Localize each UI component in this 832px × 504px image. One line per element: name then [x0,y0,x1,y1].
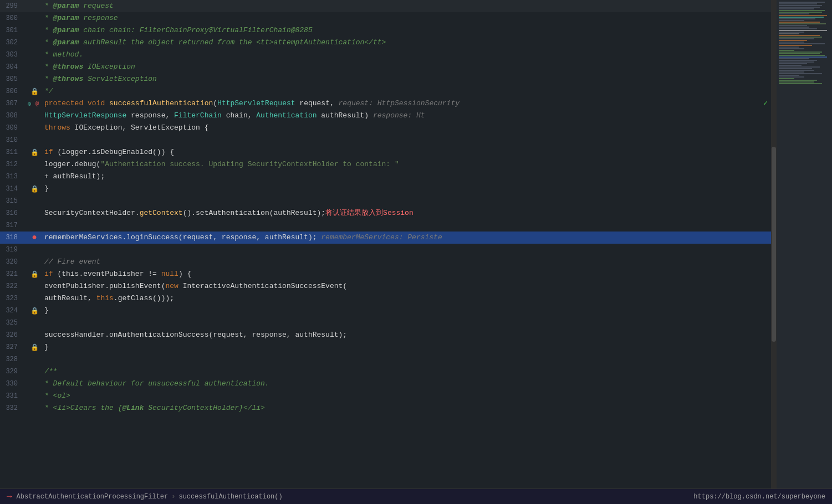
table-row: 332 * <li>Clears the {@Link SecurityCont… [0,402,777,414]
table-row: 301 * @param chain chain: FilterChainPro… [0,24,777,37]
table-row: 307 ⊙ @ protected void successfulAuthent… [0,97,777,110]
table-row: 319 [0,244,777,256]
table-row: 328 [0,353,777,366]
lock-icon: 🔒 [30,270,39,279]
table-row: 330 * Default behaviour for unsuccessful… [0,378,777,390]
lock-icon: 🔒 [30,88,39,96]
table-row: 317 [0,219,777,232]
scrollbar[interactable] [771,0,777,488]
minimap-content [777,0,832,488]
table-row: 308 HttpServletResponse response, Filter… [0,110,777,122]
debug-icon: ⊙ [28,100,32,107]
class-name: AbstractAuthenticationProcessingFilter [17,493,169,501]
table-row: 318 ● rememberMeServices.loginSuccess(re… [0,232,777,244]
arrow-icon: → [7,492,12,502]
code-container[interactable]: 299 * @param request 300 * @param respon… [0,0,777,488]
table-row: 314 🔒 } [0,183,777,195]
table-row: 316 SecurityContextHolder.getContext().s… [0,207,777,219]
main-editor: 299 * @param request 300 * @param respon… [0,0,777,488]
table-row: 320 // Fire event [0,256,777,268]
table-row: 321 🔒 if (this.eventPublisher != null) { [0,268,777,280]
table-row: 322 eventPublisher.publishEvent(new Inte… [0,280,777,292]
table-row: 331 * <ol> [0,390,777,402]
minimap[interactable] [777,0,832,488]
breadcrumb-separator: › [171,493,175,501]
table-row: 300 * @param response [0,12,777,24]
lock-icon: 🔒 [30,343,39,352]
code-lines: 299 * @param request 300 * @param respon… [0,0,777,414]
table-row: 311 🔒 if (logger.isDebugEnabled()) { [0,146,777,158]
table-row: 315 [0,195,777,207]
table-row: 329 /** [0,366,777,378]
table-row: 309 throws IOException, ServletException… [0,122,777,134]
table-row: 304 * @throws IOException [0,61,777,73]
table-row: 312 logger.debug("Authentication success… [0,158,777,171]
table-row: 302 * @param authResult the object retur… [0,37,777,49]
table-row: 303 * method. [0,49,777,61]
lock-icon: 🔒 [30,148,39,157]
editor-area: 299 * @param request 300 * @param respon… [0,0,832,488]
table-row: 313 + authResult); [0,171,777,183]
lock-icon: 🔒 [30,185,39,193]
url-display[interactable]: https://blog.csdn.net/superbeyone [693,493,825,501]
table-row: 324 🔒 } [0,305,777,317]
scrollbar-thumb[interactable] [772,147,776,342]
table-row: 306 🔒 */ [0,85,777,97]
breakpoint-icon: ● [32,233,37,243]
table-row: 310 [0,134,777,146]
table-row: 299 * @param request [0,0,777,12]
check-icon: ✓ [763,97,768,110]
table-row: 323 authResult, this.getClass())); [0,292,777,305]
table-row: 327 🔒 } [0,341,777,353]
breadcrumb: AbstractAuthenticationProcessingFilter ›… [17,493,283,501]
table-row: 305 * @throws ServletException [0,73,777,85]
at-icon: @ [35,101,39,107]
status-bar: → AbstractAuthenticationProcessingFilter… [0,488,832,504]
table-row: 326 successHandler.onAuthenticationSucce… [0,329,777,341]
lock-icon: 🔒 [30,307,39,315]
table-row: 325 [0,317,777,329]
method-name: successfulAuthentication() [178,493,282,501]
